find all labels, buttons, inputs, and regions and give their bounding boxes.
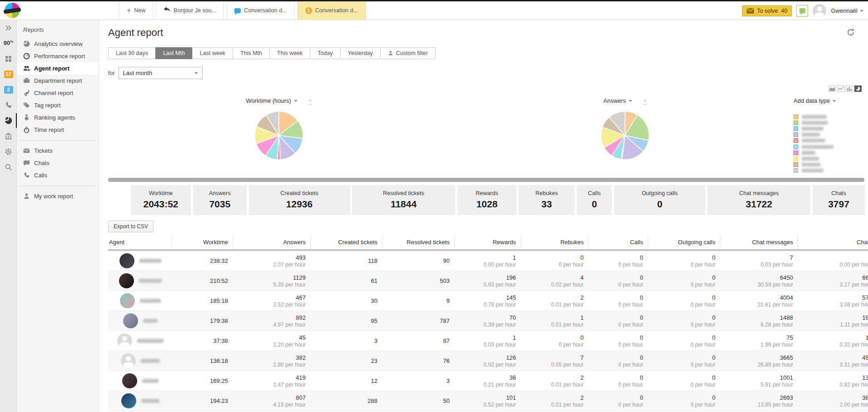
column-header-outgoing-calls[interactable]: Outgoing calls [648, 236, 720, 249]
filter-tab-this-week[interactable]: This week [269, 47, 310, 59]
period-select[interactable]: Last month [119, 67, 203, 79]
search-icon [5, 163, 12, 171]
cell-per-hour: 0.39 per hour [454, 322, 516, 328]
filter-tab-custom-filter[interactable]: Custom filter [380, 47, 436, 59]
sidebar-item-performance-report[interactable]: Performance report [17, 50, 99, 62]
sidebar-item-analytics-overview[interactable]: Analytics overview [17, 38, 99, 50]
cell-value: 45 [233, 334, 306, 341]
column-header-calls[interactable]: Calls [588, 236, 648, 249]
agent-cell[interactable] [108, 271, 171, 291]
agent-cell[interactable] [108, 251, 171, 271]
cell-value: 0 [588, 394, 643, 401]
filter-tab-last-mth[interactable]: Last Mth [155, 47, 193, 59]
column-header-chat-messages[interactable]: Chat messages [720, 236, 798, 249]
refresh-icon[interactable] [846, 28, 856, 38]
add-data-type-button[interactable]: Add data type [794, 97, 836, 104]
tickets-count-badge[interactable]: 17 [0, 66, 17, 82]
column-header-rebukes[interactable]: Rebukes [521, 236, 588, 249]
chats-count-badge[interactable]: 2 [0, 82, 17, 97]
export-csv-button[interactable]: Export to CSV [108, 221, 154, 232]
rail-item-calls[interactable] [0, 97, 17, 113]
filter-tab-last-week[interactable]: Last week [192, 47, 233, 59]
rail-item-dashboard[interactable] [0, 51, 17, 66]
rail-item-reports[interactable] [0, 113, 17, 128]
agent-cell[interactable] [108, 311, 171, 331]
agent-cell[interactable] [108, 331, 171, 351]
sidebar-item-channel-report[interactable]: Channel report [17, 87, 99, 99]
app-logo[interactable] [5, 3, 20, 18]
medal-icon [23, 114, 30, 121]
cell-rebukes: 20.01 per hour [521, 391, 588, 411]
area-chart-icon[interactable] [828, 85, 836, 92]
cell-rewards: 1010.52 per hour [454, 391, 521, 411]
user-menu[interactable]: Gwennaël [831, 7, 863, 14]
column-header-chats[interactable]: Chats [798, 236, 868, 249]
close-icon[interactable]: × [643, 97, 647, 105]
chat-panel-button[interactable] [796, 5, 808, 17]
sidebar-item-calls[interactable]: Calls [17, 169, 99, 181]
topbar: +NewBonjour Je sou...Conversation d...1C… [0, 1, 868, 20]
pie-chart-icon[interactable] [854, 85, 862, 92]
column-header-rewards[interactable]: Rewards [454, 236, 521, 249]
rail-item-expand-rail[interactable] [0, 20, 17, 35]
cell-per-hour: 0 per hour [588, 281, 643, 288]
conversation-tab-3[interactable]: Conversation d... [227, 1, 295, 20]
conversation-tab-2[interactable]: Bonjour Je sou... [156, 1, 224, 20]
sidebar-item-chats[interactable]: Chats [17, 157, 99, 169]
cell-worktime: 136:18 [171, 351, 233, 371]
rail-item-settings[interactable] [0, 144, 17, 159]
bar-chart-icon[interactable] [846, 85, 853, 92]
rail-item-search[interactable] [0, 159, 17, 175]
legend-swatch [794, 168, 798, 173]
cell-value: 0 [588, 254, 643, 261]
cell-per-hour: 0.21 per hour [454, 382, 516, 388]
user-avatar[interactable] [813, 4, 826, 18]
column-header-agent[interactable]: Agent [108, 236, 171, 249]
agent-cell[interactable] [108, 371, 171, 391]
sidebar-item-my-work-report[interactable]: My work report [17, 190, 99, 202]
column-header-created-tickets[interactable]: Created tickets [310, 236, 382, 249]
cell-calls: 00 per hour [588, 271, 648, 291]
agent-cell[interactable] [108, 391, 171, 411]
sidebar-item-department-report[interactable]: Department report [17, 75, 99, 87]
sidebar-item-time-report[interactable]: Time report [17, 124, 99, 136]
worktime-pie-selector[interactable]: Worktime (hours) × [246, 97, 312, 105]
conversation-tab-1[interactable]: +New [119, 1, 153, 20]
cell-per-hour: 0 per hour [648, 402, 715, 408]
sidebar-item-agent-report[interactable]: Agent report [17, 62, 99, 75]
cell-rebukes: 00 per hour [521, 251, 588, 271]
cell-rebukes: 70.05 per hour [521, 351, 588, 371]
usage-percent: 90% [0, 35, 17, 51]
column-header-worktime[interactable]: Worktime [171, 236, 233, 249]
column-header-answers[interactable]: Answers [233, 236, 310, 249]
to-solve-button[interactable]: To solve 40 [742, 5, 792, 16]
rail-item-organization[interactable] [0, 128, 17, 144]
horizontal-scrollbar[interactable] [108, 178, 864, 182]
sidebar-item-tag-report[interactable]: Tag report [17, 99, 99, 111]
cell-value: 1129 [233, 274, 306, 281]
sidebar-item-ranking-agents[interactable]: Ranking agents [17, 111, 99, 124]
agent-cell[interactable] [108, 291, 171, 311]
filter-tab-this-mth[interactable]: This Mth [233, 47, 270, 59]
line-chart-icon[interactable] [837, 85, 844, 92]
cell-value: 12 [310, 377, 377, 384]
cell-per-hour: 0.32 per hour [798, 342, 868, 348]
cell-answers: 4672.52 per hour [233, 291, 310, 311]
agent-cell[interactable] [108, 351, 171, 371]
cell-answers: 451.20 per hour [233, 331, 310, 351]
close-icon[interactable]: × [308, 97, 312, 105]
filter-tab-yesterday[interactable]: Yesterday [340, 47, 381, 59]
column-header-resolved-tickets[interactable]: Resolved tickets [382, 236, 454, 249]
summary-stats-row: Worktime2043:52Answers7035Created ticket… [131, 185, 868, 215]
filter-tab-today[interactable]: Today [310, 47, 340, 59]
answers-pie-selector[interactable]: Answers × [603, 97, 646, 105]
sidebar-item-label: Channel report [34, 90, 73, 96]
badge-1-icon: 1 [305, 7, 312, 14]
conversation-tab-4[interactable]: 1Conversation d... [298, 1, 366, 20]
cell-created: 30 [310, 291, 382, 311]
legend-swatch [794, 126, 798, 131]
cell-per-hour: 0.03 per hour [454, 342, 516, 348]
sidebar-item-tickets[interactable]: Tickets [17, 145, 99, 157]
cell-per-hour: 30.59 per hour [720, 281, 793, 288]
filter-tab-last-30-days[interactable]: Last 30 days [108, 47, 156, 59]
